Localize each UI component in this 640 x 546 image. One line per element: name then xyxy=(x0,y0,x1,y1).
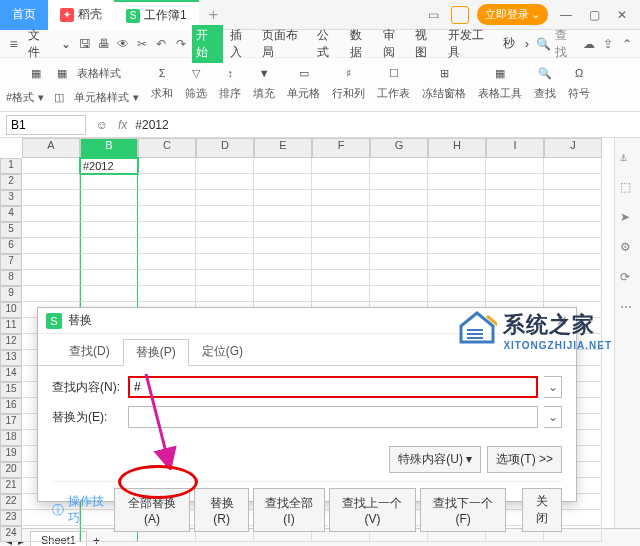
cell-F2[interactable] xyxy=(312,174,370,190)
operation-tips-link[interactable]: ⓘ 操作技巧 xyxy=(52,488,110,532)
col-header-J[interactable]: J xyxy=(544,138,602,158)
row-header-13[interactable]: 13 xyxy=(0,350,22,366)
file-menu[interactable]: 文件 xyxy=(25,25,54,63)
cell-H4[interactable] xyxy=(428,206,486,222)
cell-F5[interactable] xyxy=(312,222,370,238)
cell-H1[interactable] xyxy=(428,158,486,174)
cell-F8[interactable] xyxy=(312,270,370,286)
row-header-14[interactable]: 14 xyxy=(0,366,22,382)
cell-C7[interactable] xyxy=(138,254,196,270)
cell-A9[interactable] xyxy=(22,286,80,302)
sidebar-rocket-icon[interactable]: ⍋ xyxy=(620,150,636,166)
cell-B2[interactable] xyxy=(80,174,138,190)
cell-F3[interactable] xyxy=(312,190,370,206)
cell-H2[interactable] xyxy=(428,174,486,190)
sidebar-backup-icon[interactable]: ⟳ xyxy=(620,270,636,286)
cell-A6[interactable] xyxy=(22,238,80,254)
collapse-ribbon-icon[interactable]: ⌃ xyxy=(619,36,634,52)
maximize-button[interactable]: ▢ xyxy=(584,5,604,25)
row-header-9[interactable]: 9 xyxy=(0,286,22,302)
cell-B3[interactable] xyxy=(80,190,138,206)
ribbon-symbol[interactable]: Ω符号 xyxy=(568,62,590,101)
new-tab-button[interactable]: + xyxy=(199,6,228,24)
cell-C5[interactable] xyxy=(138,222,196,238)
cell-J5[interactable] xyxy=(544,222,602,238)
cell-D1[interactable] xyxy=(196,158,254,174)
find-prev-button[interactable]: 查找上一个(V) xyxy=(329,488,416,532)
replace-dropdown-icon[interactable]: ⌄ xyxy=(544,406,562,428)
cloud-icon[interactable]: ☁ xyxy=(581,36,596,52)
cell-J2[interactable] xyxy=(544,174,602,190)
row-header-6[interactable]: 6 xyxy=(0,238,22,254)
cell-B8[interactable] xyxy=(80,270,138,286)
replace-all-button[interactable]: 全部替换(A) xyxy=(114,488,190,532)
login-button[interactable]: 立即登录 ⌄ xyxy=(477,4,548,25)
col-header-D[interactable]: D xyxy=(196,138,254,158)
cell-F7[interactable] xyxy=(312,254,370,270)
cell-F9[interactable] xyxy=(312,286,370,302)
hamburger-icon[interactable]: ≡ xyxy=(6,36,21,52)
search-icon[interactable]: 🔍 xyxy=(536,36,551,52)
cell-I4[interactable] xyxy=(486,206,544,222)
menu-view[interactable]: 视图 xyxy=(412,25,441,63)
search-label[interactable]: 查找 xyxy=(555,27,577,61)
cell-E2[interactable] xyxy=(254,174,312,190)
col-header-A[interactable]: A xyxy=(22,138,80,158)
cell-E7[interactable] xyxy=(254,254,312,270)
cell-H7[interactable] xyxy=(428,254,486,270)
close-button[interactable]: 关闭 xyxy=(522,488,562,532)
cell-C6[interactable] xyxy=(138,238,196,254)
tab-find[interactable]: 查找(D) xyxy=(56,338,123,365)
preview-icon[interactable]: 👁 xyxy=(116,36,131,52)
appbox-icon[interactable]: ▭ xyxy=(423,5,443,25)
cell-B9[interactable] xyxy=(80,286,138,302)
cell-E9[interactable] xyxy=(254,286,312,302)
replace-input[interactable] xyxy=(128,406,538,428)
col-header-C[interactable]: C xyxy=(138,138,196,158)
cell-B5[interactable] xyxy=(80,222,138,238)
cell-F6[interactable] xyxy=(312,238,370,254)
cell-G2[interactable] xyxy=(370,174,428,190)
menu-devtools[interactable]: 开发工具 xyxy=(445,25,496,63)
ribbon-rowscols[interactable]: ♯行和列 xyxy=(332,62,365,101)
col-header-I[interactable]: I xyxy=(486,138,544,158)
cell-E6[interactable] xyxy=(254,238,312,254)
cell-H6[interactable] xyxy=(428,238,486,254)
sidebar-select-icon[interactable]: ⬚ xyxy=(620,180,636,196)
row-header-11[interactable]: 11 xyxy=(0,318,22,334)
cell-E4[interactable] xyxy=(254,206,312,222)
cell-E1[interactable] xyxy=(254,158,312,174)
row-header-15[interactable]: 15 xyxy=(0,382,22,398)
cell-J1[interactable] xyxy=(544,158,602,174)
col-header-H[interactable]: H xyxy=(428,138,486,158)
cell-J9[interactable] xyxy=(544,286,602,302)
ribbon-find[interactable]: 🔍查找 xyxy=(534,62,556,101)
cell-A1[interactable] xyxy=(22,158,80,174)
row-header-16[interactable]: 16 xyxy=(0,398,22,414)
cell-E8[interactable] xyxy=(254,270,312,286)
ribbon-freeze[interactable]: ⊞冻结窗格 xyxy=(422,62,466,101)
tab-document[interactable]: S 工作簿1 xyxy=(114,0,199,30)
fx-cancel-icon[interactable]: ☺ xyxy=(94,117,110,133)
fx-icon[interactable]: fx xyxy=(118,118,127,132)
sidebar-settings-icon[interactable]: ⚙ xyxy=(620,240,636,256)
cell-D9[interactable] xyxy=(196,286,254,302)
cell-C1[interactable] xyxy=(138,158,196,174)
row-header-2[interactable]: 2 xyxy=(0,174,22,190)
cell-I7[interactable] xyxy=(486,254,544,270)
cell-I9[interactable] xyxy=(486,286,544,302)
save-icon[interactable]: 🖫 xyxy=(78,36,93,52)
row-header-4[interactable]: 4 xyxy=(0,206,22,222)
cell-J3[interactable] xyxy=(544,190,602,206)
cell-H5[interactable] xyxy=(428,222,486,238)
cell-A7[interactable] xyxy=(22,254,80,270)
cell-H8[interactable] xyxy=(428,270,486,286)
close-window-button[interactable]: ✕ xyxy=(612,5,632,25)
tab-daoke[interactable]: ✦ 稻壳 xyxy=(48,0,114,30)
row-header-10[interactable]: 10 xyxy=(0,302,22,318)
cell-D5[interactable] xyxy=(196,222,254,238)
replace-button[interactable]: 替换(R) xyxy=(194,488,249,532)
tab-goto[interactable]: 定位(G) xyxy=(189,338,256,365)
cell-E5[interactable] xyxy=(254,222,312,238)
row-header-24[interactable]: 24 xyxy=(0,526,22,542)
